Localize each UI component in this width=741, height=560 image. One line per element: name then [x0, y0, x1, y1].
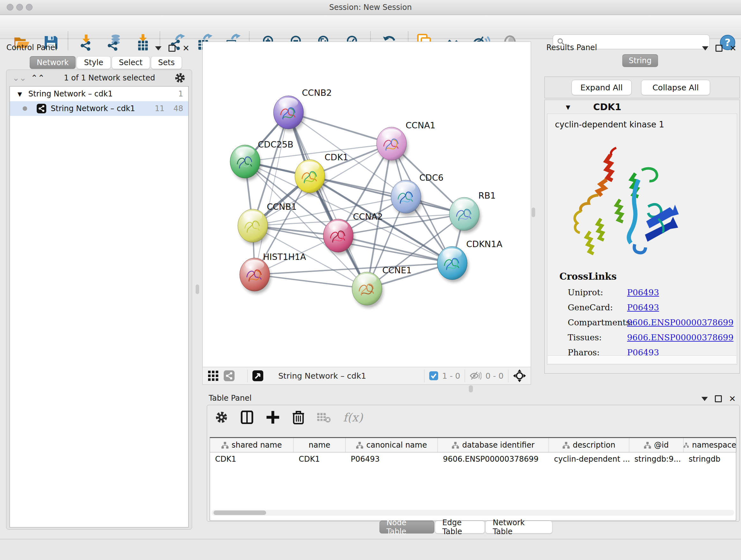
node-label: HIST1H1A	[263, 252, 307, 262]
network-selection-status: 1 of 1 Network selected	[45, 73, 174, 82]
app-status-bar: Memory	[0, 539, 741, 560]
function-builder-icon[interactable]: f(x)	[343, 411, 363, 424]
column-header[interactable]: database identifier	[438, 438, 549, 452]
table-cell[interactable]: stringdb	[684, 455, 737, 463]
crosslink-row: Uniprot: P06493	[568, 288, 734, 297]
tab-select[interactable]: Select	[112, 56, 150, 69]
left-splitter-handle[interactable]	[196, 285, 199, 294]
string-network-icon	[37, 104, 46, 113]
table-cell[interactable]: CDK1	[293, 455, 346, 463]
network-node[interactable]: CCNE1	[352, 265, 412, 308]
crosslink-link[interactable]: P06493	[627, 303, 659, 312]
table-cell[interactable]: cyclin-dependent ...	[549, 455, 629, 463]
tab-network[interactable]: Network	[30, 56, 76, 69]
table-panel-title: Table Panel	[209, 394, 252, 402]
collection-count: 1	[179, 89, 183, 98]
tab-style[interactable]: Style	[77, 56, 111, 69]
tab-string[interactable]: String	[622, 54, 658, 67]
node-label: CDK1	[325, 152, 348, 162]
results-panel-float-icon[interactable]	[716, 45, 723, 52]
node-label: CDC25B	[258, 139, 293, 149]
network-node[interactable]: CCNA1	[377, 120, 435, 163]
protein-structure-image	[562, 139, 690, 266]
section-expander-icon[interactable]: ▼	[566, 104, 570, 111]
network-node[interactable]: CDC6	[391, 173, 444, 216]
crosslink-row: Compartments: 9606.ENSP00000378699	[568, 318, 734, 327]
table-cell[interactable]: CDK1	[210, 455, 293, 463]
expand-all-networks-icon[interactable]: ⌃⌃	[31, 74, 45, 82]
column-header[interactable]: @id	[629, 438, 684, 452]
network-options-gear-icon[interactable]	[174, 72, 186, 84]
node-label: CCNA1	[406, 120, 435, 130]
network-edge[interactable]	[255, 274, 367, 289]
tab-sets[interactable]: Sets	[151, 56, 182, 69]
tab-network-table[interactable]: Network Table	[485, 521, 552, 534]
column-header[interactable]: name	[293, 438, 346, 452]
selected-checkbox-icon[interactable]	[429, 371, 439, 381]
table-settings-gear-icon[interactable]	[215, 411, 228, 424]
column-header[interactable]: shared name	[210, 438, 293, 452]
crosslink-link[interactable]: 9606.ENSP00000378699	[627, 318, 733, 327]
column-header[interactable]: canonical name	[346, 438, 438, 452]
hidden-eye-icon[interactable]	[469, 371, 482, 381]
network-node[interactable]: CDKN1A	[437, 239, 502, 282]
table-tabs: Node Table Edge Table Network Table	[380, 521, 552, 534]
node-label: CDC6	[419, 173, 444, 183]
table-cell[interactable]: P06493	[346, 455, 438, 463]
tree-expander-icon[interactable]: ▼	[17, 91, 22, 98]
network-status-dot-icon	[23, 106, 27, 111]
column-header[interactable]: namespace	[684, 438, 737, 452]
crosslink-label: GeneCard:	[568, 303, 627, 312]
network-node[interactable]: CCNB2	[273, 88, 332, 132]
network-canvas[interactable]: CCNB2CCNA1CDC25BCDK1CDC6RB1CCNB1CCNA2CDK…	[202, 42, 531, 367]
create-column-plus-icon[interactable]	[266, 410, 280, 424]
crosslink-link[interactable]: P06493	[627, 288, 659, 297]
node-table: shared namenamecanonical namedatabase id…	[210, 437, 736, 521]
node-label: CCNA2	[353, 212, 383, 222]
column-header[interactable]: description	[549, 438, 629, 452]
network-tree-row-selected[interactable]: String Network – cdk1 11 48	[10, 101, 188, 116]
crosslink-row: GeneCard: P06493	[568, 303, 734, 312]
network-label: String Network – cdk1	[51, 104, 135, 113]
selected-counts: 1 - 0	[442, 371, 461, 381]
tab-node-table[interactable]: Node Table	[380, 521, 434, 534]
gene-description: cyclin-dependent kinase 1	[555, 120, 664, 129]
network-tree-parent-row[interactable]: ▼ String Network – cdk1 1	[10, 86, 188, 101]
table-browser-columns-icon[interactable]	[240, 411, 254, 424]
network-node[interactable]: HIST1H1A	[240, 252, 307, 294]
control-panel-close-icon[interactable]: ✕	[183, 44, 190, 52]
column-type-icon	[644, 442, 651, 449]
results-scrollbar[interactable]	[548, 355, 736, 363]
delete-table-icon[interactable]	[317, 412, 331, 423]
table-hscrollbar-track[interactable]	[212, 510, 734, 516]
results-panel-menu-icon[interactable]	[702, 46, 709, 51]
table-cell[interactable]: stringdb:9...	[629, 455, 684, 463]
control-panel-menu-icon[interactable]	[155, 46, 161, 51]
birdseye-navigator-icon[interactable]	[252, 370, 264, 381]
share-view-icon[interactable]	[224, 370, 234, 381]
table-cell[interactable]: 9606.ENSP00000378699	[438, 455, 549, 463]
table-hscrollbar-thumb[interactable]	[213, 510, 266, 515]
network-edge[interactable]	[288, 112, 367, 289]
grid-view-icon[interactable]	[208, 370, 219, 381]
table-panel-close-icon[interactable]: ✕	[729, 395, 736, 403]
right-splitter-handle[interactable]	[532, 207, 535, 217]
delete-column-trash-icon[interactable]	[292, 410, 305, 424]
network-collection-label: String Network – cdk1	[28, 89, 113, 98]
table-panel-float-icon[interactable]	[715, 395, 722, 402]
crosslink-link[interactable]: 9606.ENSP00000378699	[627, 333, 733, 342]
crosslink-label: Tissues:	[568, 333, 627, 342]
results-panel-close-icon[interactable]: ✕	[730, 44, 737, 52]
table-row[interactable]: CDK1CDK1P064939606.ENSP00000378699cyclin…	[210, 452, 736, 466]
table-panel-menu-icon[interactable]	[701, 397, 708, 401]
network-edge[interactable]	[255, 112, 288, 274]
fit-crosshair-icon[interactable]	[513, 369, 526, 382]
tab-edge-table[interactable]: Edge Table	[435, 521, 485, 534]
control-panel-float-icon[interactable]	[169, 45, 176, 52]
hidden-counts: 0 - 0	[485, 371, 503, 381]
collapse-all-button[interactable]: Collapse All	[641, 80, 710, 95]
collapse-all-networks-icon[interactable]: ⌄⌄	[12, 74, 26, 82]
network-svg: CCNB2CCNA1CDC25BCDK1CDC6RB1CCNB1CCNA2CDK…	[203, 42, 531, 367]
expand-all-button[interactable]: Expand All	[571, 80, 631, 95]
network-node[interactable]: RB1	[449, 191, 495, 233]
